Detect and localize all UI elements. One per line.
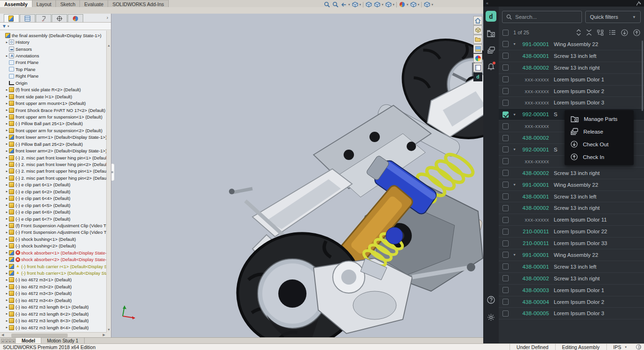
- expand-arrow-icon[interactable]: ▸: [5, 176, 9, 180]
- part-number[interactable]: 438-00002: [518, 276, 549, 281]
- tree-item[interactable]: ▸front side pate l<1> (Default): [0, 93, 107, 100]
- taskpane-home-icon[interactable]: [473, 16, 482, 25]
- part-row[interactable]: 438-00004Lorem Ipsum Dolor 2: [499, 296, 644, 308]
- expand-arrow-icon[interactable]: ▸: [5, 95, 9, 98]
- panel-scrollbar-thumb[interactable]: [642, 40, 643, 111]
- row-checkbox[interactable]: [503, 299, 509, 305]
- scrollbar-thumb[interactable]: [11, 334, 68, 337]
- appearances-icon[interactable]: [399, 1, 406, 8]
- globe-icon[interactable]: [636, 344, 641, 350]
- expand-arrow-icon[interactable]: ▸: [5, 217, 9, 221]
- tree-item[interactable]: Top Plane: [0, 66, 107, 72]
- part-number[interactable]: xxx-xxxxx: [518, 217, 549, 223]
- tree-item[interactable]: ▸front lower arm<2> (Default<Display Sta…: [0, 147, 107, 154]
- chevron-down-icon[interactable]: ▼: [510, 113, 518, 116]
- tree-item[interactable]: ▸(-) iso 4672 m3<1> (Default): [0, 277, 107, 283]
- tree-item[interactable]: ▸Front Shock Brace PART NO 17<2> (Defaul…: [0, 107, 107, 113]
- part-number[interactable]: 438-00002: [518, 135, 549, 141]
- row-checkbox[interactable]: [503, 205, 509, 211]
- search-input[interactable]: Search...: [502, 11, 582, 23]
- tree-item[interactable]: ▸(f) Front Suspension Adjustment Clip (V…: [0, 222, 107, 229]
- graphics-viewport[interactable]: d: [111, 14, 483, 338]
- tree-item[interactable]: ▸(-) 2. misc part front upper hing pin<1…: [0, 168, 107, 175]
- tree-vertical-scrollbar[interactable]: ▲ ▼: [106, 31, 111, 338]
- row-checkbox[interactable]: [503, 111, 509, 118]
- tree-item[interactable]: ▸(-) e clip part 6<7> (Default): [0, 215, 107, 222]
- expand-arrow-icon[interactable]: ▸: [5, 183, 9, 187]
- tree-item[interactable]: Right Plane: [0, 73, 107, 80]
- expand-arrow-icon[interactable]: ▸: [5, 169, 9, 173]
- tab-nav-buttons[interactable]: ◂◂▸▸: [0, 338, 16, 343]
- part-row[interactable]: 210-00011Lorem Ipsum Dolor 22: [499, 226, 644, 238]
- collapse-panel-icon[interactable]: «: [486, 1, 488, 6]
- expand-arrow-icon[interactable]: ▸: [5, 258, 9, 262]
- expand-arrow-icon[interactable]: ▸: [5, 54, 9, 58]
- zoom-to-fit-icon[interactable]: [323, 1, 330, 8]
- cm-tab-assembly[interactable]: Assembly: [0, 0, 32, 7]
- expand-arrow-icon[interactable]: ▸: [5, 223, 9, 227]
- filter-caret-icon[interactable]: ▾: [8, 24, 9, 28]
- panel-tab-displaymanager[interactable]: [68, 14, 83, 22]
- cm-tab-sketch[interactable]: Sketch: [56, 0, 80, 7]
- part-number[interactable]: 438-00002: [518, 205, 549, 211]
- panel-overflow-chevron[interactable]: ›: [107, 15, 108, 20]
- part-row[interactable]: xxx-xxxxxLorem Ipsum Dolor 2: [499, 86, 644, 97]
- context-menu-item-release[interactable]: Release: [565, 125, 634, 138]
- scroll-right-icon[interactable]: ▶: [103, 333, 105, 337]
- part-number[interactable]: xxx-xxxxx: [518, 88, 549, 94]
- part-row[interactable]: 438-00002Screw 13 inch right: [499, 62, 644, 74]
- tree-item[interactable]: ▸(-) e clip part 6<1> (Default): [0, 182, 107, 188]
- part-number[interactable]: 210-00011: [518, 240, 549, 246]
- expand-arrow-icon[interactable]: ▸: [5, 312, 9, 316]
- expand-arrow-icon[interactable]: ▸: [5, 88, 9, 92]
- release-icon[interactable]: [487, 45, 496, 55]
- tree-item[interactable]: ▸(-) iso 4672 m3 length 8<2> (Default): [0, 310, 107, 317]
- part-number[interactable]: 438-00004: [518, 299, 549, 305]
- notifications-bell-icon[interactable]: [487, 62, 496, 71]
- duro-logo[interactable]: d: [486, 11, 496, 22]
- scroll-left-icon[interactable]: ◀: [1, 333, 4, 337]
- tree-item[interactable]: ▸History: [0, 39, 107, 45]
- expand-arrow-icon[interactable]: ▸: [5, 264, 9, 268]
- row-checkbox[interactable]: [503, 229, 509, 235]
- tree-item[interactable]: Sensors: [0, 46, 107, 52]
- part-number[interactable]: xxx-xxxxx: [518, 123, 549, 129]
- list-view-icon[interactable]: [609, 30, 616, 35]
- tree-item[interactable]: ▸(-) Pillow Ball part 25<1> (Default): [0, 120, 107, 127]
- tree-item[interactable]: ▸(f) front side plate R<2> (Default): [0, 87, 107, 93]
- tree-item[interactable]: ▸(-) Front Suspension Adjustment Clip (V…: [0, 229, 107, 236]
- collapse-all-icon[interactable]: [586, 29, 592, 36]
- tree-item[interactable]: ▸(-) 2. misc part front lower hing pin<1…: [0, 154, 107, 161]
- row-checkbox[interactable]: [503, 76, 509, 82]
- part-number[interactable]: xxx-xxxxx: [518, 100, 549, 105]
- taskpane-file-explorer-icon[interactable]: [473, 35, 482, 44]
- expand-arrow-icon[interactable]: ▸: [5, 278, 9, 282]
- part-number[interactable]: 438-00002: [518, 65, 549, 71]
- expand-arrow-icon[interactable]: ▸: [5, 292, 9, 295]
- row-checkbox[interactable]: [503, 310, 509, 317]
- expand-arrow-icon[interactable]: ▸: [5, 40, 9, 44]
- tree-item[interactable]: ▸(-) iso 4672 m3 length 8<1> (Default): [0, 304, 107, 310]
- previous-view-icon[interactable]: [340, 1, 347, 8]
- expand-arrow-icon[interactable]: ▸: [5, 115, 9, 119]
- part-row[interactable]: 210-00011Lorem Ipsum Dolor 33: [499, 238, 644, 249]
- row-checkbox[interactable]: [503, 193, 509, 199]
- check-out-icon[interactable]: [621, 29, 628, 36]
- view-orientation-icon[interactable]: [385, 1, 392, 8]
- part-number[interactable]: 991-00001: [518, 182, 549, 188]
- part-number[interactable]: 438-00001: [518, 53, 549, 59]
- scene-icon[interactable]: [410, 1, 417, 8]
- zoom-to-area-icon[interactable]: [332, 1, 339, 8]
- part-number[interactable]: 991-00001: [518, 252, 549, 258]
- chevron-down-icon[interactable]: ▼: [510, 42, 518, 46]
- view-settings-icon[interactable]: [424, 1, 431, 8]
- hierarchy-view-icon[interactable]: [597, 30, 604, 36]
- tree-item[interactable]: ▸(-) iso 4672 m3<3> (Default): [0, 290, 107, 297]
- tree-item[interactable]: ▸front upper arm mount<1> (Default): [0, 100, 107, 106]
- row-checkbox[interactable]: [503, 252, 509, 258]
- expand-arrow-icon[interactable]: ▸: [5, 298, 9, 302]
- part-number[interactable]: 438-00005: [518, 310, 549, 316]
- row-checkbox[interactable]: [503, 135, 509, 141]
- scroll-down-icon[interactable]: ▼: [107, 328, 110, 331]
- expand-arrow-icon[interactable]: ▸: [5, 271, 9, 275]
